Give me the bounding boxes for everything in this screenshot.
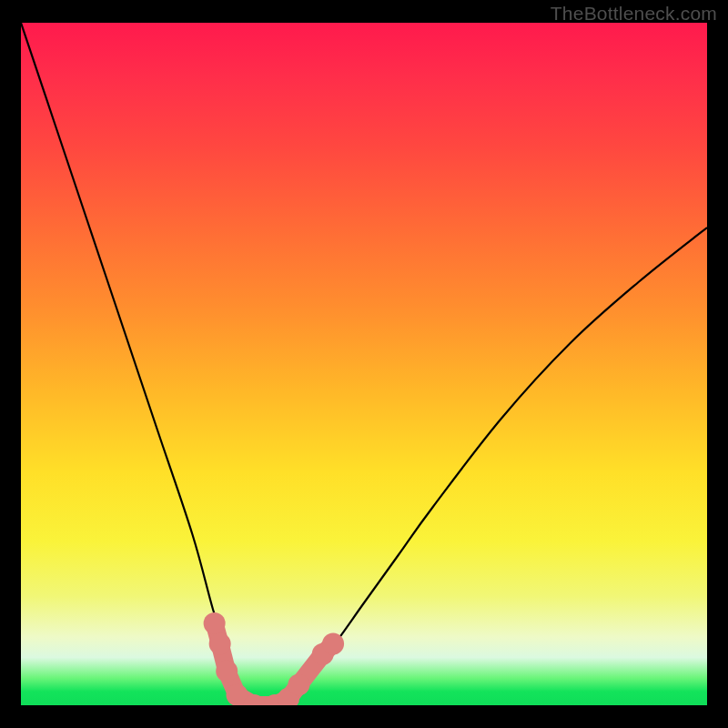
- marker-dot: [209, 633, 231, 655]
- curve-markers: [204, 612, 344, 705]
- watermark-text: TheBottleneck.com: [551, 3, 717, 25]
- chart-plot-area: [21, 23, 707, 705]
- bottleneck-curve: [21, 23, 707, 705]
- marker-dot: [204, 612, 226, 634]
- marker-dot: [288, 674, 309, 696]
- marker-dot: [216, 661, 238, 682]
- marker-dot: [322, 633, 344, 655]
- chart-svg: [21, 23, 707, 705]
